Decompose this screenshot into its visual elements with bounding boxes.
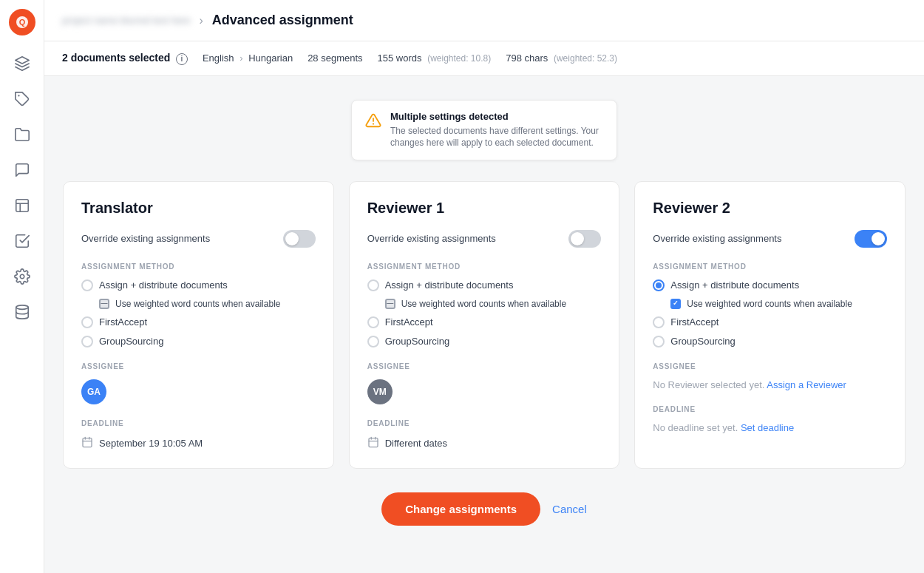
reviewer2-method-assign[interactable]: Assign + distribute documents [653,279,887,291]
reviewer2-weighted-label: Use weighted word counts when available [687,299,852,309]
reviewer1-override-label: Override existing assignments [367,233,496,244]
svg-rect-12 [369,438,378,447]
reviewer1-method-first[interactable]: FirstAccept [367,316,602,328]
segment-count: 28 segments [308,52,362,64]
reviewer2-first-label: FirstAccept [670,316,719,328]
reviewer2-method-group[interactable]: GroupSourcing [653,336,887,347]
translator-avatar[interactable]: GA [81,379,106,404]
translator-weighted-checkbox[interactable] [99,299,109,309]
word-count: 155 words (weighted: 10.8) [378,52,492,64]
main-content: project name blurred text here › Advance… [44,0,924,573]
reviewer1-method-group[interactable]: GroupSourcing [367,336,602,347]
reviewer2-deadline: No deadline set yet. Set deadline [653,422,887,433]
reviewer1-override-row: Override existing assignments [367,230,602,248]
reviewer1-assignee-label: ASSIGNEE [367,362,602,370]
reviewer2-weighted-checkbox[interactable] [670,299,681,309]
translator-weighted-label: Use weighted word counts when available [115,299,280,309]
reviewer1-radio-group[interactable] [367,336,379,347]
language-pair: English › Hungarian [203,52,293,64]
sidebar-item-settings[interactable] [6,260,38,293]
topbar: project name blurred text here › Advance… [44,0,924,41]
sidebar: Q [0,0,44,573]
reviewer2-override-label: Override existing assignments [653,233,781,244]
translator-title: Translator [81,200,316,217]
change-assignments-button[interactable]: Change assignments [381,492,540,526]
reviewer1-assignee: VM [367,379,602,404]
translator-assignee: GA [81,379,316,404]
infobar: 2 documents selected i English › Hungari… [44,41,924,76]
translator-weighted-option[interactable]: Use weighted word counts when available [99,299,316,309]
translator-override-toggle[interactable] [283,230,316,248]
translator-radio-first[interactable] [81,316,93,328]
page-title: Advanced assignment [212,13,353,28]
translator-deadline-text: September 19 10:05 AM [99,438,203,449]
sidebar-item-database[interactable] [6,296,38,328]
reviewer1-radio-first[interactable] [367,316,379,328]
reviewer1-avatar[interactable]: VM [367,379,393,404]
translator-radio-assign[interactable] [81,279,93,291]
translator-first-label: FirstAccept [99,316,147,328]
breadcrumb-separator: › [199,14,203,27]
translator-radio-group: Assign + distribute documents Use weight… [81,279,316,347]
svg-point-5 [16,305,28,310]
reviewer2-method-label: ASSIGNMENT METHOD [653,262,887,271]
translator-calendar-icon [81,436,93,450]
reviewer1-override-toggle[interactable] [568,230,601,248]
reviewer2-no-deadline: No deadline set yet. Set deadline [653,422,887,433]
reviewer1-title: Reviewer 1 [367,200,602,217]
translator-radio-group[interactable] [81,336,93,347]
app-logo[interactable]: Q [9,9,35,35]
reviewer2-assign-label: Assign + distribute documents [670,279,799,291]
warning-title: Multiple settings detected [390,111,603,122]
warning-icon [365,112,381,132]
reviewer2-radio-assign[interactable] [653,279,665,291]
reviewer1-weighted-label: Use weighted word counts when available [401,299,566,309]
reviewer1-group-label: GroupSourcing [385,336,449,347]
reviewer1-radio-assign[interactable] [367,279,379,291]
translator-card: Translator Override existing assignments… [63,181,334,469]
cards-row: Translator Override existing assignments… [63,181,906,469]
reviewer1-calendar-icon [367,436,379,450]
translator-method-group[interactable]: GroupSourcing [81,336,316,347]
sidebar-item-folder[interactable] [6,118,38,151]
reviewer2-weighted-option[interactable]: Use weighted word counts when available [670,299,887,309]
bottom-actions: Change assignments Cancel [381,492,587,526]
svg-text:Q: Q [18,18,25,27]
reviewer1-deadline-text: Different dates [385,438,447,449]
reviewer1-weighted-checkbox[interactable] [385,299,395,309]
reviewer1-method-label: ASSIGNMENT METHOD [367,262,602,271]
reviewer2-assign-link[interactable]: Assign a Reviewer [767,379,846,390]
sidebar-item-tasks[interactable] [6,225,38,257]
reviewer2-method-first[interactable]: FirstAccept [653,316,887,328]
reviewer1-weighted-option[interactable]: Use weighted word counts when available [385,299,602,309]
reviewer2-no-assignee: No Reviewer selected yet. Assign a Revie… [653,379,887,390]
sidebar-item-layers[interactable] [6,47,38,80]
sidebar-item-tags[interactable] [6,83,38,115]
reviewer1-method-assign[interactable]: Assign + distribute documents [367,279,602,291]
char-count: 798 chars (weighted: 52.3) [506,52,617,64]
svg-rect-8 [83,438,92,447]
translator-override-label: Override existing assignments [81,233,210,244]
translator-method-assign[interactable]: Assign + distribute documents [81,279,316,291]
reviewer2-radio-first[interactable] [653,316,665,328]
sidebar-item-chat[interactable] [6,154,38,186]
translator-deadline-label: DEADLINE [81,419,316,427]
reviewer1-first-label: FirstAccept [385,316,433,328]
sidebar-item-chart[interactable] [6,189,38,222]
docs-selected: 2 documents selected [62,52,170,64]
reviewer2-set-deadline-link[interactable]: Set deadline [741,422,794,433]
content-area: Multiple settings detected The selected … [44,76,924,574]
warning-text: The selected documents have different se… [390,125,603,150]
reviewer2-override-row: Override existing assignments [653,230,887,248]
translator-deadline: September 19 10:05 AM [81,436,316,450]
cancel-button[interactable]: Cancel [552,503,587,515]
reviewer2-radio-group: Assign + distribute documents Use weight… [653,279,887,347]
translator-assign-label: Assign + distribute documents [99,279,228,291]
translator-method-first[interactable]: FirstAccept [81,316,316,328]
reviewer2-override-toggle[interactable] [855,230,887,248]
reviewer2-assignee: No Reviewer selected yet. Assign a Revie… [653,379,887,390]
info-icon[interactable]: i [176,53,188,65]
translator-group-label: GroupSourcing [99,336,163,347]
reviewer2-title: Reviewer 2 [653,200,887,217]
reviewer2-radio-group[interactable] [653,336,665,347]
